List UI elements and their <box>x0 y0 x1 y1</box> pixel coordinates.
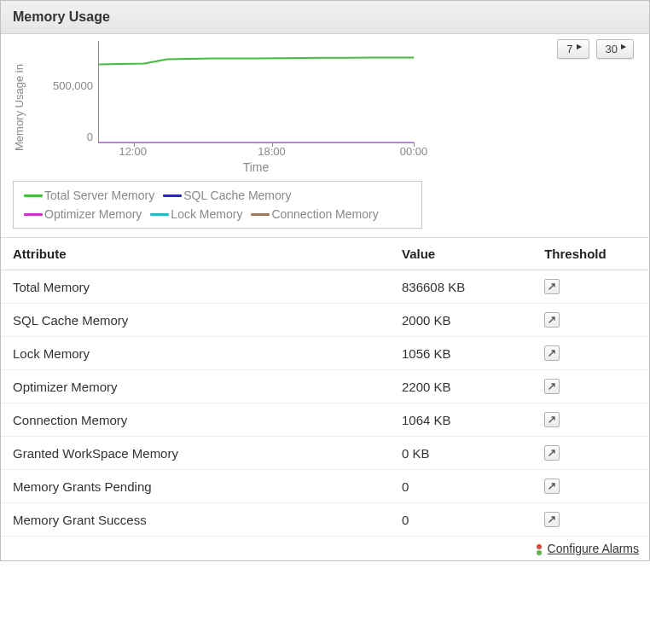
chart-legend: Total Server MemorySQL Cache MemoryOptim… <box>13 181 422 229</box>
attr-value: 1056 KB <box>390 337 532 370</box>
attr-value: 0 KB <box>390 437 532 470</box>
threshold-configure-icon[interactable] <box>544 412 560 427</box>
attr-threshold <box>532 470 649 503</box>
attr-name: Connection Memory <box>1 403 390 437</box>
chart-series-line <box>99 58 414 65</box>
panel-title: Memory Usage <box>1 1 649 34</box>
xtick: 12:00 <box>119 145 147 158</box>
attr-value: 1064 KB <box>390 403 532 437</box>
range-7-button[interactable]: 7 ▶ <box>557 39 589 59</box>
attr-value: 2200 KB <box>390 370 532 403</box>
alarm-status-icon <box>536 543 543 556</box>
attr-threshold <box>532 337 649 370</box>
threshold-configure-icon[interactable] <box>544 279 560 294</box>
threshold-configure-icon[interactable] <box>544 479 560 494</box>
col-threshold: Threshold <box>532 238 649 270</box>
legend-swatch <box>24 194 43 197</box>
xtick: 00:00 <box>400 145 428 158</box>
chevron-right-icon: ▶ <box>577 44 582 50</box>
ytick: 500,000 <box>53 79 93 92</box>
attr-value: 0 <box>390 503 532 537</box>
attr-name: Memory Grant Success <box>1 503 390 537</box>
attr-name: Memory Grants Pending <box>1 470 390 503</box>
attr-name: SQL Cache Memory <box>1 304 390 337</box>
attr-threshold <box>532 370 649 403</box>
legend-label: SQL Cache Memory <box>183 189 291 202</box>
col-value: Value <box>390 238 532 270</box>
threshold-configure-icon[interactable] <box>544 445 560 461</box>
attr-name: Lock Memory <box>1 337 390 370</box>
attr-name: Total Memory <box>1 270 390 304</box>
panel-footer: Configure Alarms <box>1 537 649 557</box>
chart-x-ticks: 12:00 18:00 00:00 <box>98 143 414 159</box>
table-row: Memory Grant Success0 <box>1 503 649 537</box>
time-range-buttons: 7 ▶ 30 ▶ <box>557 39 634 59</box>
ytick: 0 <box>87 131 93 143</box>
attr-value: 0 <box>390 470 532 503</box>
legend-swatch <box>163 194 182 197</box>
range-7-label: 7 <box>566 43 572 55</box>
threshold-configure-icon[interactable] <box>544 512 560 527</box>
attr-name: Optimizer Memory <box>1 370 390 403</box>
memory-usage-panel: Memory Usage 7 ▶ 30 ▶ Memory Usage in <box>0 0 650 561</box>
legend-item: Lock Memory <box>150 207 242 221</box>
legend-label: Total Server Memory <box>44 189 154 202</box>
xtick: 18:00 <box>258 145 286 158</box>
threshold-configure-icon[interactable] <box>544 312 560 328</box>
attr-value: 836608 KB <box>390 270 532 304</box>
panel-body: 7 ▶ 30 ▶ Memory Usage in 500,000 0 <box>1 34 649 560</box>
legend-item: Total Server Memory <box>24 189 154 202</box>
attr-name: Granted WorkSpace Memory <box>1 437 390 470</box>
configure-alarms-link[interactable]: Configure Alarms <box>548 542 639 555</box>
legend-swatch <box>251 213 270 216</box>
chevron-right-icon: ▶ <box>621 44 626 50</box>
table-row: Connection Memory1064 KB <box>1 403 649 437</box>
legend-item: SQL Cache Memory <box>163 189 291 202</box>
legend-label: Optimizer Memory <box>44 207 142 221</box>
attr-value: 2000 KB <box>390 304 532 337</box>
legend-swatch <box>24 213 43 216</box>
table-row: Memory Grants Pending0 <box>1 470 649 503</box>
chart-y-ticks: 500,000 0 <box>26 41 98 143</box>
table-row: Lock Memory1056 KB <box>1 337 649 370</box>
table-row: Granted WorkSpace Memory0 KB <box>1 437 649 470</box>
legend-item: Optimizer Memory <box>24 207 142 221</box>
chart-x-axis-label: Time <box>98 159 414 174</box>
chart-y-axis-label: Memory Usage in <box>11 41 26 174</box>
attr-threshold <box>532 403 649 437</box>
attr-threshold <box>532 270 649 304</box>
attr-threshold <box>532 503 649 537</box>
table-row: Total Memory836608 KB <box>1 270 649 304</box>
attr-threshold <box>532 304 649 337</box>
legend-swatch <box>150 213 169 216</box>
table-row: SQL Cache Memory2000 KB <box>1 304 649 337</box>
chart-area: 7 ▶ 30 ▶ Memory Usage in 500,000 0 <box>1 34 649 237</box>
attributes-table: Attribute Value Threshold Total Memory83… <box>1 237 649 537</box>
col-attribute: Attribute <box>1 238 390 270</box>
chart-plot <box>98 41 414 143</box>
table-row: Optimizer Memory2200 KB <box>1 370 649 403</box>
legend-item: Connection Memory <box>251 207 378 221</box>
legend-label: Connection Memory <box>271 207 378 221</box>
chart-lines <box>99 41 414 142</box>
attr-threshold <box>532 437 649 470</box>
range-30-label: 30 <box>606 43 618 55</box>
range-30-button[interactable]: 30 ▶ <box>596 39 634 59</box>
threshold-configure-icon[interactable] <box>544 345 560 361</box>
legend-label: Lock Memory <box>171 207 242 221</box>
threshold-configure-icon[interactable] <box>544 379 560 394</box>
